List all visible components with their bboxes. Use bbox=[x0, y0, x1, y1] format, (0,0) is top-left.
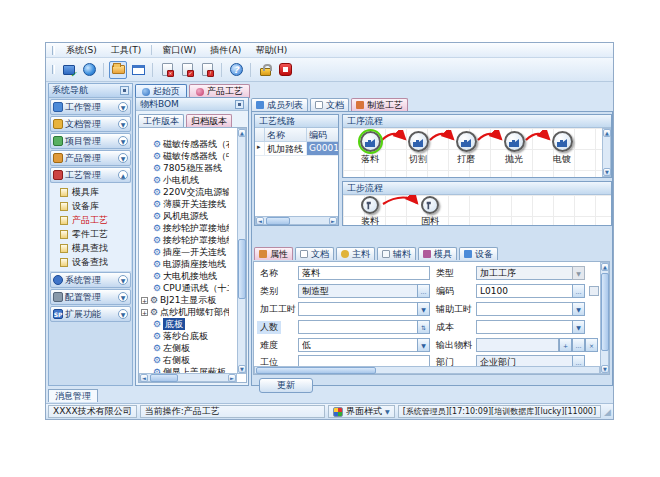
scroll-down-icon[interactable]: ▼ bbox=[603, 168, 611, 176]
scrollbar-thumb[interactable] bbox=[238, 239, 246, 299]
people-field[interactable] bbox=[298, 320, 430, 334]
people-spinner-icon[interactable]: ⇅ bbox=[417, 320, 430, 334]
sidebar-group-craft[interactable]: 工艺管理▲ bbox=[50, 167, 131, 183]
scrollbar-thumb[interactable] bbox=[601, 273, 609, 351]
tree-item[interactable]: ⚙接纱轮护罩接地线（二） bbox=[140, 234, 229, 246]
sidebar-group-project[interactable]: 项目管理▼ bbox=[50, 133, 131, 149]
sidebar-group-document[interactable]: 文档管理▼ bbox=[50, 116, 131, 132]
output-add-button[interactable]: + bbox=[559, 338, 572, 352]
scrollbar-thumb[interactable] bbox=[256, 367, 376, 374]
scroll-down-icon[interactable]: ▼ bbox=[238, 365, 246, 373]
sidebar-group-extension[interactable]: SP扩展功能▼ bbox=[50, 306, 131, 322]
tab-equipment[interactable]: 设备 bbox=[459, 247, 498, 260]
report-edit-icon[interactable]: ✓ bbox=[178, 61, 196, 79]
aux-hours-field[interactable] bbox=[476, 302, 585, 316]
tab-documents[interactable]: 文档 bbox=[310, 98, 349, 111]
scroll-up-icon[interactable]: ▲ bbox=[601, 263, 609, 271]
scroll-left-icon[interactable]: ◄ bbox=[256, 217, 264, 225]
aux-hours-spinner-icon[interactable]: ▼ bbox=[572, 302, 585, 316]
sidebar-item-product-craft[interactable]: 产品工艺 bbox=[50, 213, 131, 227]
tree-item-selected[interactable]: ⚙底板 bbox=[140, 318, 229, 330]
column-name[interactable]: 名称 bbox=[265, 128, 307, 141]
chevron-down-icon[interactable]: ▼ bbox=[118, 136, 128, 146]
route-code-cell[interactable]: G0001 bbox=[307, 142, 338, 155]
tree-item[interactable]: ⚙落纱台底板 bbox=[140, 330, 229, 342]
type-dropdown-icon[interactable]: ▼ bbox=[572, 266, 585, 280]
style-selector[interactable]: 界面样式 ▼ bbox=[328, 405, 395, 418]
web-icon[interactable] bbox=[80, 61, 98, 79]
report-delete-icon[interactable]: × bbox=[158, 61, 176, 79]
code-aux-button[interactable] bbox=[589, 286, 599, 296]
tab-mold[interactable]: 模具 bbox=[418, 247, 457, 260]
scroll-left-icon[interactable]: ◄ bbox=[140, 374, 148, 382]
step-flow-canvas[interactable]: 装料 固料 bbox=[343, 195, 611, 225]
tree-item-expandable[interactable]: +⚙BJ21主显示板 bbox=[140, 294, 229, 306]
category-ellipsis-button[interactable]: … bbox=[417, 284, 430, 298]
tree-item[interactable]: ⚙220V交流电源输入线 bbox=[140, 186, 229, 198]
update-button[interactable]: 更新 bbox=[259, 378, 313, 393]
menu-tools[interactable]: 工具(T) bbox=[105, 43, 148, 58]
chevron-up-icon[interactable]: ▲ bbox=[118, 170, 128, 180]
tab-main-material[interactable]: 主料 bbox=[336, 247, 375, 260]
form-vertical-scrollbar[interactable]: ▲ ▼ bbox=[600, 262, 609, 374]
tree-item[interactable]: ⚙薄膜开关连接线 bbox=[140, 198, 229, 210]
scroll-down-icon[interactable]: ▼ bbox=[601, 365, 609, 373]
menu-help[interactable]: 帮助(H) bbox=[249, 43, 293, 58]
scroll-up-icon[interactable]: ▲ bbox=[603, 129, 611, 137]
tab-prop-documents[interactable]: 文档 bbox=[295, 247, 334, 260]
form-horizontal-scrollbar[interactable] bbox=[254, 366, 600, 374]
route-grid-row[interactable]: ▸ 机加路线 G0001 bbox=[255, 142, 338, 156]
scroll-up-icon[interactable]: ▲ bbox=[238, 129, 246, 137]
menu-plugins[interactable]: 插件(A) bbox=[204, 43, 247, 58]
tree-item[interactable]: ⚙左侧板 bbox=[140, 342, 229, 354]
expand-plus-icon[interactable]: + bbox=[141, 309, 148, 316]
tree-item[interactable]: ⚙右侧板 bbox=[140, 354, 229, 366]
pin-icon[interactable] bbox=[120, 86, 129, 95]
tree-item[interactable]: ⚙大电机接地线 bbox=[140, 270, 229, 282]
tree-item[interactable]: ⚙磁敏传感器线（中间） bbox=[140, 150, 229, 162]
chevron-down-icon[interactable]: ▼ bbox=[118, 309, 128, 319]
output-clear-button[interactable]: × bbox=[585, 338, 598, 352]
difficulty-field[interactable] bbox=[298, 338, 430, 352]
process-flow-canvas[interactable]: 落料 切割 打磨 抛光 电镀 bbox=[343, 128, 602, 177]
sidebar-item-equipment-search[interactable]: 设备查找 bbox=[50, 255, 131, 269]
type-field[interactable] bbox=[476, 266, 585, 280]
tab-auxiliary-material[interactable]: 辅料 bbox=[377, 247, 416, 260]
chevron-down-icon[interactable]: ▼ bbox=[118, 119, 128, 129]
hours-spinner-icon[interactable]: ▼ bbox=[417, 302, 430, 316]
sidebar-item-mold-search[interactable]: 模具查找 bbox=[50, 241, 131, 255]
report-close-icon[interactable]: ! bbox=[198, 61, 216, 79]
tab-member-list[interactable]: 成员列表 bbox=[251, 98, 308, 111]
open-folder-icon[interactable] bbox=[109, 61, 127, 79]
flow-node-damo[interactable]: 打磨 bbox=[443, 131, 489, 166]
tree-horizontal-scrollbar[interactable]: ◄ ► bbox=[139, 373, 237, 382]
tree-item[interactable]: ⚙电源插座接地线 bbox=[140, 258, 229, 270]
flow-node-qiege[interactable]: 切割 bbox=[395, 131, 441, 166]
chevron-down-icon[interactable]: ▼ bbox=[118, 102, 128, 112]
resize-grip-icon[interactable]: ◢ bbox=[604, 407, 611, 417]
output-ellipsis-button[interactable]: … bbox=[572, 338, 585, 352]
tab-start-page[interactable]: 起始页 bbox=[135, 84, 187, 98]
column-code[interactable]: 编码 bbox=[307, 128, 338, 141]
chevron-down-icon[interactable]: ▼ bbox=[118, 275, 128, 285]
menu-window[interactable]: 窗口(W) bbox=[156, 43, 202, 58]
tree-item[interactable]: ⚙CPU通讯线（十二） bbox=[140, 282, 229, 294]
chevron-down-icon[interactable]: ▼ bbox=[118, 153, 128, 163]
tab-properties[interactable]: 属性 bbox=[254, 247, 293, 260]
tab-work-version[interactable]: 工作版本 bbox=[138, 114, 184, 127]
sidebar-item-mold-library[interactable]: 模具库 bbox=[50, 185, 131, 199]
tree-item[interactable]: ⚙插座—开关连线 bbox=[140, 246, 229, 258]
chevron-down-icon[interactable]: ▼ bbox=[118, 292, 128, 302]
process-vertical-scrollbar[interactable]: ▲ ▼ bbox=[602, 128, 611, 177]
hours-field[interactable] bbox=[298, 302, 430, 316]
sidebar-group-product[interactable]: 产品管理▼ bbox=[50, 150, 131, 166]
difficulty-dropdown-icon[interactable]: ▼ bbox=[417, 338, 430, 352]
tree-item[interactable]: ⚙磁敏传感器线（右） bbox=[140, 138, 229, 150]
output-field[interactable] bbox=[476, 338, 559, 352]
tab-message-management[interactable]: 消息管理 bbox=[48, 389, 98, 402]
flow-node-paoguang[interactable]: 抛光 bbox=[491, 131, 537, 166]
tree-item-expandable[interactable]: +⚙点纱机用螺钉部件 bbox=[140, 306, 229, 318]
exit-icon[interactable] bbox=[276, 61, 294, 79]
sidebar-group-config[interactable]: 配置管理▼ bbox=[50, 289, 131, 305]
route-horizontal-scrollbar[interactable]: ◄ ► bbox=[255, 216, 338, 225]
